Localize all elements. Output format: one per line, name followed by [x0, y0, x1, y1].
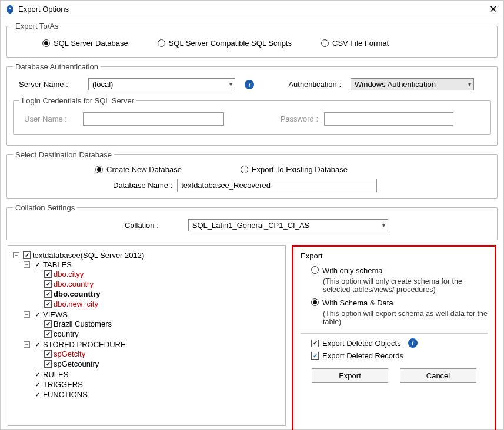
dropdown-value: Windows Authentication [355, 80, 465, 89]
chevron-down-icon: ▾ [382, 222, 385, 229]
checkbox[interactable] [34, 261, 41, 268]
checkbox-label: Export Deleted Objects [322, 339, 401, 348]
checkbox[interactable] [34, 381, 41, 388]
checkbox[interactable] [44, 330, 52, 338]
radio-create-new-db[interactable]: Create New Database [95, 165, 182, 174]
checkbox-export-deleted-objects[interactable]: Export Deleted Objects i [311, 338, 488, 348]
tree-leaf[interactable]: spGetcountry [34, 360, 282, 368]
tree-label: textdatabasee(SQL Server 2012) [32, 251, 144, 260]
collation-group: Collation Settings Collation : SQL_Latin… [6, 203, 498, 240]
login-credentials-legend: Login Credentials for SQL Server [19, 96, 136, 105]
tree-label: dbo.cityy [54, 270, 84, 278]
radio-icon [95, 166, 103, 173]
checkbox[interactable] [34, 391, 41, 398]
radio-schema-and-data[interactable]: With Schema & Data [311, 298, 488, 307]
chevron-down-icon: ▾ [468, 81, 471, 88]
authentication-dropdown[interactable]: Windows Authentication ▾ [351, 78, 474, 90]
tree-label: Brazil Customers [54, 320, 112, 328]
tree-leaf[interactable]: dbo.counttry [34, 290, 282, 298]
tree-label: dbo.new_city [54, 300, 98, 308]
dest-db-group: Select Destination Database Create New D… [6, 150, 498, 199]
radio-label: Create New Database [106, 165, 182, 174]
separator [301, 333, 488, 334]
username-label: User Name : [24, 115, 77, 123]
checkbox[interactable] [23, 251, 31, 259]
tree-node-triggers[interactable]: TRIGGERS [24, 380, 282, 389]
radio-sql-server-db[interactable]: SQL Server Database [42, 39, 128, 48]
checkbox[interactable] [311, 352, 319, 360]
server-name-dropdown[interactable]: (local) ▾ [88, 78, 235, 90]
tree-node-functions[interactable]: FUNCTIONS [24, 390, 282, 399]
info-icon[interactable]: i [245, 80, 254, 89]
collation-label: Collation : [125, 221, 159, 230]
window-title: Export Options [18, 5, 487, 14]
checkbox[interactable] [44, 300, 52, 308]
db-auth-group: Database Authentication Server Name : (l… [6, 62, 498, 146]
checkbox[interactable] [44, 280, 52, 288]
checkbox[interactable] [311, 340, 319, 347]
checkbox[interactable] [44, 290, 52, 298]
export-button[interactable]: Export [312, 368, 388, 383]
export-panel: Export With only schema (This option wil… [292, 245, 496, 430]
tree-label: spGetcountry [54, 360, 99, 368]
checkbox[interactable] [34, 371, 41, 378]
radio-label: Export To Existing Database [252, 165, 348, 174]
database-name-input[interactable] [177, 179, 377, 192]
tree-label: dbo.counttry [54, 290, 100, 298]
tree-leaf[interactable]: spGetcity [34, 350, 282, 358]
tree-leaf[interactable]: Brazil Customers [34, 320, 282, 328]
close-icon[interactable]: ✕ [487, 4, 499, 15]
radio-label: CSV File Format [332, 39, 389, 48]
schema-data-desc: (This option will export schema as well … [323, 310, 488, 326]
collation-dropdown[interactable]: SQL_Latin1_General_CP1_CI_AS ▾ [188, 219, 388, 231]
chevron-down-icon: ▾ [229, 81, 232, 88]
db-auth-legend: Database Authentication [13, 62, 101, 71]
radio-icon [241, 166, 248, 173]
checkbox[interactable] [44, 350, 52, 358]
checkbox[interactable] [34, 311, 41, 318]
collapse-icon[interactable]: − [24, 261, 30, 268]
collapse-icon[interactable]: − [13, 252, 19, 258]
export-to-as-group: Export To/As SQL Server Database SQL Ser… [6, 22, 498, 58]
tree-node-views[interactable]: − VIEWS [24, 310, 282, 319]
tree-label: TABLES [43, 260, 72, 269]
tree-node-sp[interactable]: − STORED PROCEDURE [24, 340, 282, 349]
checkbox-export-deleted-records[interactable]: Export Deleted Records [311, 351, 488, 360]
radio-export-existing-db[interactable]: Export To Existing Database [241, 165, 348, 174]
radio-label: SQL Server Database [54, 39, 128, 48]
tree-label: country [54, 330, 79, 338]
cancel-button[interactable]: Cancel [400, 368, 476, 383]
password-input[interactable] [324, 112, 453, 126]
username-input[interactable] [83, 112, 224, 126]
checkbox[interactable] [44, 360, 52, 368]
tree-label: VIEWS [43, 310, 68, 319]
tree-node-tables[interactable]: − TABLES [24, 260, 282, 269]
radio-csv[interactable]: CSV File Format [321, 39, 389, 48]
collapse-icon[interactable]: − [24, 341, 30, 348]
radio-icon [42, 39, 50, 47]
tree-leaf[interactable]: dbo.new_city [34, 300, 282, 308]
tree-node-rules[interactable]: RULES [24, 370, 282, 379]
dropdown-value: (local) [92, 80, 226, 89]
radio-label: With only schema [322, 266, 383, 275]
radio-label: SQL Server Compatible SQL Scripts [169, 39, 292, 48]
checkbox[interactable] [34, 341, 41, 348]
radio-icon [311, 266, 319, 274]
tree-root[interactable]: − textdatabasee(SQL Server 2012) [13, 251, 282, 260]
tree-leaf[interactable]: country [34, 330, 282, 338]
tree-leaf[interactable]: dbo.cityy [34, 270, 282, 278]
dest-db-legend: Select Destination Database [13, 150, 114, 159]
dropdown-value: SQL_Latin1_General_CP1_CI_AS [192, 221, 379, 230]
info-icon[interactable]: i [408, 338, 418, 348]
object-tree[interactable]: − textdatabasee(SQL Server 2012) − TABLE… [8, 245, 286, 426]
authentication-label: Authentication : [271, 80, 341, 89]
export-to-as-legend: Export To/As [13, 22, 61, 31]
login-credentials-group: Login Credentials for SQL Server User Na… [13, 96, 491, 135]
radio-schema-only[interactable]: With only schema [311, 266, 488, 275]
radio-sql-scripts[interactable]: SQL Server Compatible SQL Scripts [158, 39, 292, 48]
tree-leaf[interactable]: dbo.country [34, 280, 282, 288]
collapse-icon[interactable]: − [24, 311, 30, 318]
checkbox[interactable] [44, 270, 52, 278]
checkbox[interactable] [44, 320, 52, 328]
collation-legend: Collation Settings [13, 203, 77, 212]
